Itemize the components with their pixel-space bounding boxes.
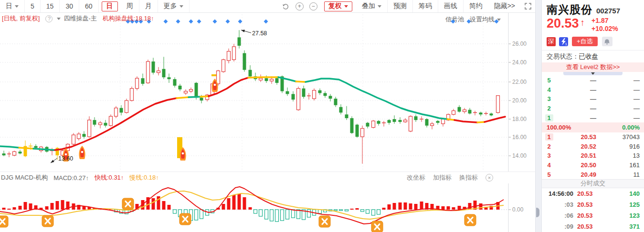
last-price: 20.53 <box>547 17 579 31</box>
ma-settings-button[interactable]: 设置均线 <box>470 15 495 24</box>
undo-icon[interactable] <box>282 2 290 10</box>
trade-row[interactable]: :0920.53371 <box>542 221 644 232</box>
trade-row[interactable]: :0320.53125 <box>542 199 644 210</box>
price-up-arrow-icon: ↑ <box>581 18 585 28</box>
trade-status-row: 交易状态： 已收盘 <box>542 50 644 62</box>
quote-header: 南兴股份 002757 20.53 ↑ +1.87 +10.02% <box>542 0 644 34</box>
macd-fast-value: 快线:0.31↑ <box>95 173 124 182</box>
chevron-down-icon <box>15 5 19 10</box>
simple-mode-button[interactable]: 简约 <box>464 0 488 12</box>
candlestick-chart-area: [日线, 前复权] ? 四维操盘-主 机构操盘线:18.18↑ 信号池 设置均线… <box>0 13 535 171</box>
buy-ratio: 100.00% <box>542 124 571 131</box>
fold-tab-button[interactable] <box>563 72 623 75</box>
overlay-label: 叠加 <box>362 2 375 10</box>
svg-text:18.00: 18.00 <box>512 116 527 122</box>
period-button-5[interactable]: 5 <box>25 0 41 12</box>
adjust-label: 复权 <box>328 2 342 10</box>
strategy-label[interactable]: 四维操盘-主 <box>63 14 96 23</box>
alert-bell-icon[interactable] <box>602 37 612 46</box>
lightning-icon[interactable]: 1 <box>559 37 568 46</box>
buy-level-row[interactable]: 120.5337043 <box>542 132 644 142</box>
macd-slow-value: 慢线:0.18↑ <box>129 173 158 182</box>
badge-row: 深 1 +自选 <box>547 36 644 47</box>
more-periods-button[interactable]: 更多 <box>158 0 190 12</box>
overlay-button[interactable]: 叠加 <box>356 0 388 12</box>
svg-text:24.00: 24.00 <box>512 59 527 66</box>
market-badge: 深 <box>547 37 556 46</box>
chevron-down-icon <box>497 19 501 23</box>
sell-level-row[interactable]: 3—— <box>542 94 644 104</box>
sell-level-row[interactable]: 1—— <box>542 113 644 122</box>
macd-header: DJG MACD-机构 MACD:0.27↑ 快线:0.31↑ 慢线:0.18↑… <box>0 171 535 183</box>
zoom-out-icon[interactable]: − <box>309 2 317 10</box>
buy-level-row[interactable]: 320.5113 <box>542 151 644 161</box>
macd-value: MACD:0.27↑ <box>53 174 89 182</box>
buy-level-row[interactable]: 220.52916 <box>542 142 644 151</box>
sell-level-row[interactable]: 4—— <box>542 85 644 95</box>
orderbook-fold <box>542 72 644 76</box>
period-button-15[interactable]: 15 <box>41 0 60 12</box>
period-button-月[interactable]: 月 <box>139 0 158 12</box>
period-button-日[interactable]: 日 <box>102 1 118 11</box>
chips-button[interactable]: 筹码 <box>413 0 438 12</box>
panel-divider[interactable] <box>536 0 542 232</box>
buy-level-row[interactable]: 520.4911 <box>542 170 644 179</box>
predict-button[interactable]: 预测 <box>388 0 413 12</box>
level2-link[interactable]: 查看 Level2 数据>> <box>542 62 644 72</box>
period-button-30[interactable]: 30 <box>60 0 79 12</box>
sell-levels: 5——4——3——2——1—— <box>542 76 644 122</box>
sell-level-row[interactable]: 5—— <box>542 76 644 85</box>
svg-text:22.00: 22.00 <box>512 79 527 85</box>
buy-sell-ratio-row: 100.00% 0.00% <box>542 122 644 132</box>
institution-line-label: 机构操盘线:18.18↑ <box>103 14 154 23</box>
chevron-down-icon <box>378 5 381 10</box>
svg-text:27.58: 27.58 <box>252 30 267 37</box>
trade-status-label: 交易状态： <box>547 52 579 61</box>
chevron-down-icon[interactable] <box>57 18 61 22</box>
add-watchlist-button[interactable]: +自选 <box>572 37 598 46</box>
hide-button[interactable]: 隐藏>> <box>488 0 521 12</box>
stock-code: 002757 <box>596 7 620 15</box>
sell-level-row[interactable]: 2—— <box>542 104 644 113</box>
chart-section: 日 5153060日周月 更多 + − 复权 叠加 预测 筹 <box>0 0 536 232</box>
period-button-60[interactable]: 60 <box>79 0 99 12</box>
buy-levels: 120.5337043220.52916320.5113420.50161520… <box>542 132 644 179</box>
svg-text:0.00: 0.00 <box>512 206 524 213</box>
switch-indicator-button[interactable]: 换指标 <box>459 173 478 182</box>
macd-header-actions: 改坐标 加指标 换指标 × <box>399 173 535 182</box>
buy-level-row[interactable]: 420.50161 <box>542 161 644 170</box>
chevron-down-icon <box>591 72 595 77</box>
draw-line-button[interactable]: 画线 <box>438 0 464 12</box>
macd-chart[interactable]: 0.00 <box>0 183 536 232</box>
period-button-周[interactable]: 周 <box>121 0 139 12</box>
change-coord-button[interactable]: 改坐标 <box>407 173 425 182</box>
price-change: +1.87 <box>591 17 618 25</box>
period-buttons: 5153060日周月 <box>25 0 158 12</box>
chevron-down-icon <box>179 5 183 10</box>
signal-pool-button[interactable]: 信号池 <box>445 15 464 24</box>
stock-name: 南兴股份 <box>547 2 592 17</box>
period-toolbar: 日 5153060日周月 更多 + − 复权 叠加 预测 筹 <box>0 0 535 13</box>
stock-trading-app: 日 5153060日周月 更多 + − 复权 叠加 预测 筹 <box>0 0 644 232</box>
chart-subbar-right: 信号池 设置均线 <box>445 15 501 24</box>
price-change-pct: +10.02% <box>591 25 618 33</box>
fullscreen-icon[interactable] <box>525 3 531 10</box>
trade-row[interactable]: :0620.53123 <box>542 210 644 221</box>
lightning-sub-label: 1 <box>565 42 567 46</box>
trades-list[interactable]: 14:56:0020.53140:0320.53125:0620.53123:0… <box>542 188 644 232</box>
candlestick-chart[interactable]: 26.0024.0022.0020.0018.0016.0014.0027.58… <box>0 13 536 171</box>
trades-title[interactable]: 分时成交 <box>542 179 644 188</box>
chart-subbar: [日线, 前复权] ? 四维操盘-主 机构操盘线:18.18↑ <box>2 14 154 23</box>
sell-ratio: 0.00% <box>571 124 644 131</box>
period-dropdown[interactable]: 日 <box>0 0 25 12</box>
divider-handle[interactable] <box>536 208 539 217</box>
chevron-down-icon <box>344 5 348 10</box>
kline-mode-label: [日线, 前复权] <box>2 14 40 23</box>
trade-row[interactable]: 14:56:0020.53140 <box>542 188 644 199</box>
close-indicator-icon[interactable]: × <box>486 174 493 182</box>
help-icon[interactable]: ? <box>45 15 53 22</box>
indicator-name[interactable]: DJG MACD-机构 <box>1 173 48 182</box>
adjust-price-button[interactable]: 复权 <box>324 1 352 11</box>
zoom-in-icon[interactable]: + <box>296 2 304 10</box>
add-indicator-button[interactable]: 加指标 <box>433 173 452 182</box>
